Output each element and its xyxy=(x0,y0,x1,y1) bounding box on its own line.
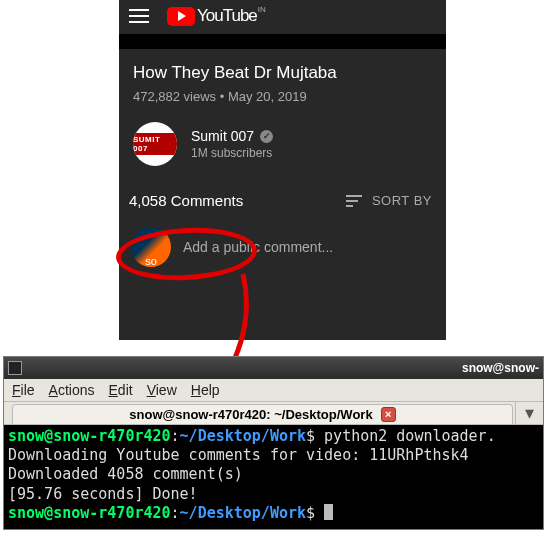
region-badge: IN xyxy=(258,5,266,14)
user-avatar-text: so xyxy=(145,255,157,267)
window-title: snow@snow- xyxy=(462,361,539,375)
sort-button[interactable]: SORT BY xyxy=(346,193,432,208)
terminal-body[interactable]: snow@snow-r470r420:~/Desktop/Work$ pytho… xyxy=(4,425,543,529)
window-icon xyxy=(8,361,22,375)
add-comment-row: so Add a public comment... xyxy=(119,215,446,267)
terminal-menubar: File Actions Edit View Help xyxy=(4,379,543,402)
comments-header: 4,058 Comments SORT BY xyxy=(119,182,446,215)
menu-edit[interactable]: Edit xyxy=(109,382,133,398)
youtube-logo[interactable]: YouTube IN xyxy=(167,6,267,26)
tab-title: snow@snow-r470r420: ~/Desktop/Work xyxy=(129,407,372,422)
prompt-end-2: $ xyxy=(306,504,324,522)
output-line-1: Downloading Youtube comments for video: … xyxy=(8,446,469,464)
menu-help[interactable]: Help xyxy=(191,382,220,398)
video-title: How They Beat Dr Mujtaba xyxy=(119,49,446,89)
channel-avatar[interactable]: SUMIT 007 xyxy=(133,122,177,166)
prompt-path: ~/Desktop/Work xyxy=(180,427,306,445)
tab-add-button[interactable]: ▾ xyxy=(515,402,543,424)
prompt-end: $ xyxy=(306,427,324,445)
channel-info: Sumit 007 ✓ 1M subscribers xyxy=(191,128,273,160)
terminal-tab[interactable]: snow@snow-r470r420: ~/Desktop/Work × xyxy=(12,404,513,424)
subscriber-count: 1M subscribers xyxy=(191,146,273,160)
prompt-path-2: ~/Desktop/Work xyxy=(180,504,306,522)
command-text: python2 downloader. xyxy=(324,427,496,445)
prompt-user-2: snow@snow-r470r420 xyxy=(8,504,171,522)
terminal-cursor xyxy=(324,504,333,520)
menu-view[interactable]: View xyxy=(147,382,177,398)
menu-file[interactable]: File xyxy=(12,382,35,398)
comment-input[interactable]: Add a public comment... xyxy=(183,239,432,255)
upload-date: May 20, 2019 xyxy=(228,89,307,104)
channel-name-row: Sumit 007 ✓ xyxy=(191,128,273,144)
comments-count: 4,058 Comments xyxy=(127,186,245,215)
youtube-play-icon xyxy=(167,7,195,26)
tab-close-icon[interactable]: × xyxy=(381,407,396,422)
channel-avatar-text: SUMIT 007 xyxy=(133,133,177,155)
video-meta: 472,882 views • May 20, 2019 xyxy=(119,89,446,104)
terminal-titlebar[interactable]: snow@snow- xyxy=(4,357,543,379)
verified-icon: ✓ xyxy=(260,130,273,143)
view-count: 472,882 views xyxy=(133,89,216,104)
output-line-3: [95.76 seconds] Done! xyxy=(8,485,198,503)
sort-icon xyxy=(346,195,362,207)
youtube-header: YouTube IN xyxy=(119,0,446,34)
prompt-user: snow@snow-r470r420 xyxy=(8,427,171,445)
prompt-sep: : xyxy=(171,427,180,445)
output-line-2: Downloaded 4058 comment(s) xyxy=(8,465,243,483)
youtube-wordmark: YouTube xyxy=(197,6,257,26)
sort-label: SORT BY xyxy=(372,193,432,208)
channel-name: Sumit 007 xyxy=(191,128,254,144)
video-player-placeholder xyxy=(119,34,446,49)
prompt-sep-2: : xyxy=(171,504,180,522)
terminal-window: snow@snow- File Actions Edit View Help s… xyxy=(3,356,544,530)
menu-actions[interactable]: Actions xyxy=(49,382,95,398)
menu-icon[interactable] xyxy=(129,9,149,23)
youtube-mobile-panel: YouTube IN How They Beat Dr Mujtaba 472,… xyxy=(119,0,446,340)
terminal-tabbar: snow@snow-r470r420: ~/Desktop/Work × ▾ xyxy=(4,402,543,425)
meta-separator: • xyxy=(216,89,228,104)
channel-row[interactable]: SUMIT 007 Sumit 007 ✓ 1M subscribers xyxy=(119,104,446,182)
user-avatar[interactable]: so xyxy=(131,227,171,267)
